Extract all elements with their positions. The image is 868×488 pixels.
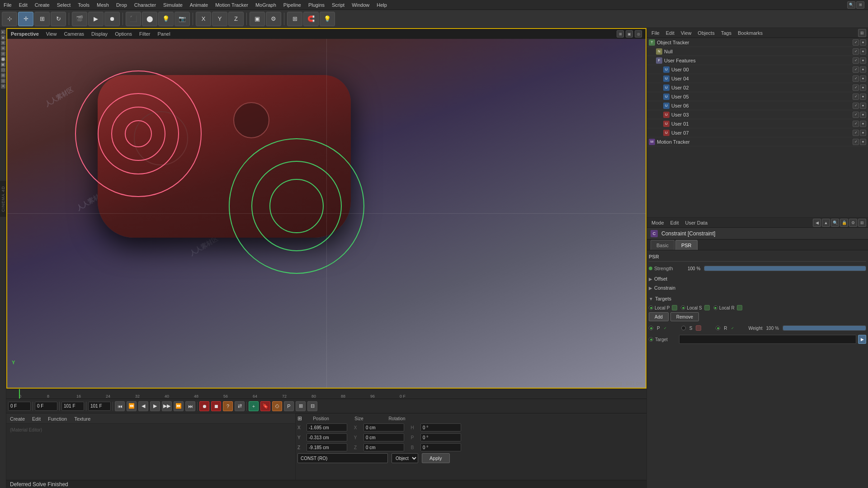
obj-toggle-vis-motion[interactable]: ✓ [853, 139, 859, 145]
timeline-ruler[interactable]: 0 8 16 24 32 40 48 56 64 72 80 88 96 0 F [6, 389, 646, 399]
obj-toggle-vis-user00[interactable]: ✓ [853, 66, 859, 73]
go-start-btn[interactable]: ⏮ [115, 401, 125, 411]
loop-btn[interactable]: ? [223, 401, 233, 411]
attr-menu-userdata[interactable]: User Data [683, 220, 711, 225]
strength-slider[interactable] [704, 266, 866, 271]
obj-manager-settings-icon[interactable]: ⊞ [858, 29, 866, 37]
next-frame-btn[interactable]: ⏩ [174, 401, 184, 411]
size-x-input[interactable] [363, 423, 404, 432]
p-record-btn[interactable]: P [284, 401, 294, 411]
attr-search-icon[interactable]: 🔍 [831, 219, 839, 227]
obj-toggle-render-motion[interactable]: ● [860, 139, 866, 145]
obj-row-motion-tracker[interactable]: M Motion Tracker ✓ ● [647, 137, 868, 146]
current-frame-input[interactable] [8, 402, 31, 411]
cube-btn[interactable]: ⬛ [126, 12, 141, 26]
attr-settings-icon[interactable]: ⚙ [849, 219, 857, 227]
record-btn[interactable]: ⏺ [104, 12, 120, 26]
local-r-toggle[interactable] [737, 305, 742, 310]
obj-toggle-vis-features[interactable]: ✓ [853, 57, 859, 64]
auto-key-btn[interactable]: ⏲ [272, 401, 282, 411]
obj-toggle-vis-user06[interactable]: ✓ [853, 103, 859, 109]
obj-row-user07[interactable]: U User 07 ✓ ● [647, 128, 868, 137]
offset-section[interactable]: ▶ Offset [649, 274, 866, 283]
local-p-radio[interactable] [649, 305, 653, 310]
obj-toggle-vis-user02[interactable]: ✓ [853, 84, 859, 91]
menu-motion-tracker[interactable]: Motion Tracker [215, 2, 248, 8]
record-btn[interactable]: ⏺ [199, 401, 209, 411]
select-tool-btn[interactable]: ⊹ [2, 12, 17, 26]
end-frame-input[interactable] [61, 402, 84, 411]
attr-lock-icon[interactable]: 🔒 [840, 219, 848, 227]
viewport-menu-panel[interactable]: Panel [158, 31, 170, 37]
obj-row-user04[interactable]: U User 04 ✓ ● [647, 74, 868, 83]
x-btn[interactable]: X [196, 12, 211, 26]
settings-btn[interactable]: ⚙ [266, 12, 281, 26]
viewport[interactable]: Perspective View Cameras Display Options… [6, 28, 646, 389]
search-icon[interactable]: 🔍 [847, 1, 855, 9]
obj-row-user06[interactable]: U User 06 ✓ ● [647, 101, 868, 110]
apply-button[interactable]: Apply [422, 453, 450, 463]
mat-menu-function[interactable]: Function [48, 416, 67, 422]
menu-plugins[interactable]: Plugins [308, 2, 325, 8]
add-target-btn[interactable]: Add [649, 312, 669, 321]
stop-btn[interactable]: ⏹ [211, 401, 221, 411]
obj-toggle-vis-null[interactable]: ✓ [853, 48, 859, 55]
start-frame-input[interactable] [35, 402, 57, 411]
object-tag-input[interactable] [297, 453, 388, 463]
pos-z-input[interactable] [307, 443, 347, 451]
target-radio[interactable] [649, 337, 653, 342]
viewport-menu-cameras[interactable]: Cameras [64, 31, 84, 37]
obj-toggle-render-user03[interactable]: ● [860, 112, 866, 118]
playback-btn[interactable]: ▶ [88, 12, 104, 26]
rotate-tool-btn[interactable]: ↻ [51, 12, 66, 26]
timeline-playhead[interactable] [19, 389, 20, 399]
attr-menu-mode[interactable]: Mode [649, 220, 667, 225]
scale-tool-btn[interactable]: ⊞ [34, 12, 50, 26]
obj-menu-tags[interactable]: Tags [718, 30, 734, 36]
z-btn[interactable]: Z [228, 12, 244, 26]
obj-row-user00[interactable]: U User 00 ✓ ● [647, 65, 868, 74]
mat-menu-create[interactable]: Create [10, 416, 25, 422]
target-arrow-btn[interactable]: ▶ [858, 335, 866, 344]
viewport-menu-display[interactable]: Display [91, 31, 108, 37]
local-r-option[interactable]: Local R [713, 305, 742, 310]
pos-x-input[interactable] [307, 423, 347, 432]
viewport-menu-options[interactable]: Options [115, 31, 132, 37]
weight-slider[interactable] [783, 325, 866, 331]
go-end-btn[interactable]: ⏭ [185, 401, 195, 411]
rot-h-input[interactable] [420, 423, 461, 432]
size-z-input[interactable] [363, 443, 404, 451]
tab-basic[interactable]: Basic [651, 240, 675, 250]
move-tool-btn[interactable]: ✛ [18, 12, 33, 26]
attr-extra-icon[interactable]: ⊞ [858, 219, 866, 227]
obj-toggle-render-user07[interactable]: ● [860, 130, 866, 136]
obj-toggle-render-user01[interactable]: ● [860, 121, 866, 127]
menu-file[interactable]: File [4, 2, 12, 8]
local-s-radio[interactable] [681, 305, 685, 310]
obj-menu-edit[interactable]: Edit [663, 30, 677, 36]
attr-menu-edit[interactable]: Edit [668, 220, 682, 225]
obj-toggle-vis-tracker[interactable]: ✓ [853, 39, 859, 46]
del-keyframe-btn[interactable]: 🔖 [260, 401, 270, 411]
remove-target-btn[interactable]: Remove [670, 312, 699, 321]
menu-pipeline[interactable]: Pipeline [283, 2, 301, 8]
obj-toggle-vis-user03[interactable]: ✓ [853, 112, 859, 118]
r-radio[interactable] [716, 326, 720, 330]
add-keyframe-btn[interactable]: + [249, 401, 259, 411]
obj-toggle-vis-user04[interactable]: ✓ [853, 75, 859, 82]
camera-btn[interactable]: 📷 [175, 12, 190, 26]
local-s-toggle[interactable] [704, 305, 710, 310]
obj-toggle-vis-user01[interactable]: ✓ [853, 121, 859, 127]
local-p-toggle[interactable] [672, 305, 677, 310]
obj-row-user01[interactable]: U User 01 ✓ ● [647, 119, 868, 128]
tab-psr[interactable]: PSR [675, 240, 698, 250]
menu-edit[interactable]: Edit [19, 2, 28, 8]
viewport-icon-3[interactable]: ◎ [635, 30, 642, 38]
p-radio[interactable] [649, 326, 653, 330]
local-r-radio[interactable] [713, 305, 718, 310]
menu-simulate[interactable]: Simulate [163, 2, 183, 8]
play-btn[interactable]: ▶ [150, 401, 160, 411]
obj-toggle-vis-user05[interactable]: ✓ [853, 94, 859, 100]
obj-row-object-tracker[interactable]: T Object Tracker ✓ ● [647, 38, 868, 47]
bulb-icon[interactable]: 💡 [320, 12, 335, 26]
